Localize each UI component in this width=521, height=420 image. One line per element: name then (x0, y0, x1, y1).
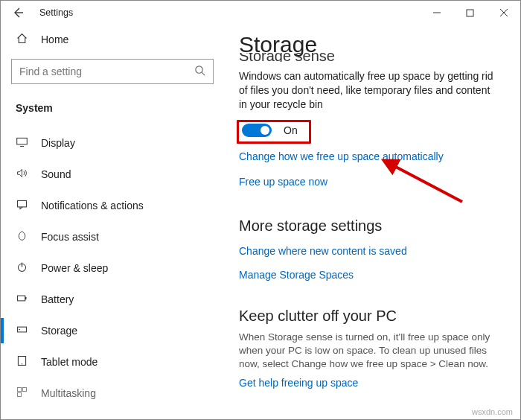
sidebar-item-sound[interactable]: Sound (11, 159, 214, 190)
sidebar-item-power-sleep[interactable]: Power & sleep (11, 252, 214, 284)
maximize-button[interactable] (453, 1, 487, 24)
sidebar-group-system: System (11, 102, 214, 114)
svg-point-15 (19, 329, 20, 331)
svg-rect-13 (25, 297, 27, 299)
search-box[interactable] (11, 59, 214, 84)
sidebar-home[interactable]: Home (11, 26, 214, 53)
display-icon (16, 136, 32, 150)
svg-rect-18 (18, 388, 22, 392)
multitasking-icon (16, 386, 32, 401)
sidebar-home-label: Home (41, 34, 68, 45)
sidebar-item-battery[interactable]: Battery (11, 284, 214, 315)
storage-icon (16, 323, 32, 338)
sidebar-item-tablet-mode[interactable]: Tablet mode (11, 346, 214, 378)
clutter-heading: Keep clutter off your PC (239, 308, 496, 325)
storage-sense-heading: Storage sense (239, 53, 496, 62)
svg-rect-7 (17, 138, 28, 144)
search-input[interactable] (19, 66, 194, 77)
svg-rect-19 (22, 388, 26, 392)
focus-assist-icon (16, 229, 32, 244)
more-storage-heading: More storage settings (239, 217, 496, 235)
power-icon (16, 261, 32, 276)
search-icon (194, 65, 205, 78)
sidebar-item-storage[interactable]: Storage (11, 315, 214, 346)
svg-rect-12 (18, 296, 25, 301)
storage-sense-desc: Windows can automatically free up space … (239, 69, 496, 112)
annotation-arrow (380, 157, 470, 209)
link-change-save[interactable]: Change where new content is saved (239, 245, 407, 257)
svg-rect-2 (467, 10, 473, 16)
svg-line-6 (202, 72, 205, 75)
sidebar-item-label: Notifications & actions (41, 200, 144, 211)
sidebar-item-label: Power & sleep (41, 262, 108, 274)
toggle-switch[interactable] (242, 124, 272, 137)
sidebar-item-label: Multitasking (41, 387, 96, 399)
svg-rect-9 (18, 200, 27, 207)
svg-line-21 (391, 165, 462, 202)
watermark: wsxdn.com (472, 407, 513, 416)
storage-sense-toggle-row[interactable]: On (239, 121, 304, 140)
svg-point-17 (22, 363, 22, 364)
svg-rect-20 (18, 392, 22, 396)
sound-icon (16, 167, 32, 182)
sidebar: Home System Display Sound Notifica (1, 25, 224, 419)
link-free-now[interactable]: Free up space now (239, 176, 327, 188)
sidebar-item-label: Tablet mode (41, 356, 98, 368)
link-get-help[interactable]: Get help freeing up space (239, 377, 358, 389)
close-button[interactable] (487, 1, 520, 24)
minimize-button[interactable] (420, 1, 453, 24)
home-icon (16, 32, 32, 47)
battery-icon (16, 292, 32, 307)
notifications-icon (16, 198, 32, 213)
window-title: Settings (39, 7, 73, 18)
back-button[interactable] (7, 1, 29, 24)
tablet-icon (16, 354, 32, 369)
sidebar-item-focus-assist[interactable]: Focus assist (11, 221, 214, 252)
sidebar-item-multitasking[interactable]: Multitasking (11, 378, 214, 409)
sidebar-item-display[interactable]: Display (11, 127, 214, 159)
content-pane: Storage Storage sense Windows can automa… (224, 25, 520, 419)
sidebar-item-label: Sound (41, 168, 71, 180)
sidebar-item-label: Battery (41, 293, 74, 305)
sidebar-item-label: Display (41, 137, 75, 149)
sidebar-item-notifications[interactable]: Notifications & actions (11, 190, 214, 221)
sidebar-item-label: Storage (41, 325, 77, 337)
toggle-state-label: On (284, 124, 298, 136)
sidebar-item-label: Focus assist (41, 231, 99, 243)
clutter-desc: When Storage sense is turned on, it'll f… (239, 331, 496, 372)
svg-point-5 (196, 66, 202, 73)
link-change-auto[interactable]: Change how we free up space automaticall… (239, 150, 444, 162)
link-manage-spaces[interactable]: Manage Storage Spaces (239, 269, 354, 281)
